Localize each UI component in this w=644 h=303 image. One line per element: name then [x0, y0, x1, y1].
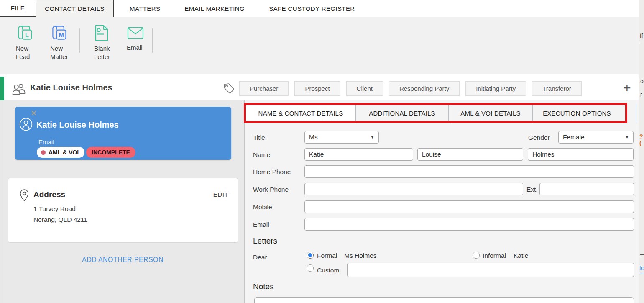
blank-letter-document-icon: [94, 24, 127, 42]
address-line2: Nerang, QLD 4211: [33, 216, 87, 223]
incomplete-badge: INCOMPLETE: [86, 147, 135, 158]
tab-safe-custody-register[interactable]: SAFE CUSTODY REGISTER: [261, 0, 363, 17]
chevron-down-icon: ▼: [371, 135, 374, 139]
tab-email-marketing[interactable]: EMAIL MARKETING: [176, 0, 253, 17]
email-input[interactable]: [304, 218, 634, 231]
tag-initiating-party-button[interactable]: Initiating Party: [465, 81, 526, 96]
people-duo-icon: [12, 82, 27, 97]
tag-prospect-button[interactable]: Prospect: [294, 81, 340, 96]
middle-name-input[interactable]: [417, 148, 523, 161]
app-window: FILE CONTACT DETAILS MATTERS EMAIL MARKE…: [0, 0, 644, 303]
person-card-name: Katie Louise Holmes: [36, 120, 119, 130]
person-card-badges: AML & VOI INCOMPLETE: [37, 147, 135, 158]
tab-additional-details[interactable]: ADDITIONAL DETAILS: [356, 104, 449, 123]
adjacent-window-edge: ff o r ?( te: [639, 0, 644, 303]
contact-header: Katie Louise Holmes Purchaser Prospect C…: [0, 77, 644, 100]
work-phone-input[interactable]: [304, 183, 523, 195]
ribbon-separator: [152, 28, 153, 53]
edge-fragment: r: [640, 91, 642, 98]
new-matter-button[interactable]: M New Matter: [50, 24, 83, 71]
gender-dropdown[interactable]: Female ▼: [558, 131, 634, 144]
tag-client-button[interactable]: Client: [346, 81, 383, 96]
address-card: Address EDIT 1 Turvey Road Nerang, QLD 4…: [8, 178, 238, 243]
mobile-label: Mobile: [253, 203, 272, 211]
tab-aml-voi-details[interactable]: AML & VOI DETAILS: [449, 104, 533, 123]
mobile-input[interactable]: [304, 200, 634, 213]
aml-voi-badge-label: AML & VOI: [49, 149, 79, 156]
ext-label: Ext.: [526, 186, 538, 193]
tag-icon[interactable]: [223, 82, 235, 96]
new-matter-label: New Matter: [50, 44, 77, 61]
tab-file[interactable]: FILE: [0, 0, 36, 17]
informal-value: Katie: [514, 252, 528, 259]
formal-radio[interactable]: [307, 252, 314, 259]
home-phone-label: Home Phone: [253, 168, 291, 176]
email-envelope-icon: [127, 24, 159, 41]
ext-input[interactable]: [539, 183, 634, 195]
gender-dropdown-value: Female: [563, 134, 585, 141]
last-name-input[interactable]: [528, 148, 634, 161]
new-matter-folder-icon: M: [50, 24, 83, 42]
tag-transferor-button[interactable]: Transferor: [532, 81, 582, 96]
informal-radio[interactable]: [473, 252, 480, 259]
informal-radio-label: Informal: [483, 252, 506, 259]
status-dot-icon: [41, 150, 46, 155]
letters-heading: Letters: [253, 236, 277, 246]
blank-letter-label: Blank Letter: [94, 44, 121, 61]
edge-fragment: te: [639, 264, 644, 271]
accent-green-bar: [0, 77, 4, 100]
svg-text:M: M: [59, 32, 64, 39]
custom-salutation-input[interactable]: [347, 263, 634, 277]
top-menu-bar: FILE CONTACT DETAILS MATTERS EMAIL MARKE…: [0, 0, 644, 17]
title-dropdown[interactable]: Ms ▼: [304, 131, 379, 144]
tab-execution-options[interactable]: EXECUTION OPTIONS: [533, 104, 621, 123]
work-phone-label: Work Phone: [253, 186, 289, 193]
new-lead-button[interactable]: L New Lead: [16, 24, 49, 71]
map-pin-icon: [19, 188, 29, 204]
svg-text:L: L: [25, 32, 29, 39]
close-icon[interactable]: ✕: [31, 109, 36, 117]
email-label: Email: [127, 44, 153, 52]
tab-matters[interactable]: MATTERS: [121, 0, 169, 17]
custom-radio-label: Custom: [317, 267, 339, 274]
aml-voi-badge: AML & VOI: [37, 147, 84, 158]
blank-letter-button[interactable]: Blank Letter: [94, 24, 127, 71]
edge-fragment: ?(: [639, 133, 644, 146]
formal-value: Ms Holmes: [344, 252, 377, 259]
ribbon-separator: [79, 28, 80, 53]
add-another-person-link[interactable]: ADD ANOTHER PERSON: [0, 256, 245, 264]
contact-name: Katie Louise Holmes: [30, 83, 112, 92]
title-field-label: Title: [253, 134, 265, 141]
person-card-email-label: Email: [38, 139, 54, 146]
address-card-title: Address: [33, 190, 65, 199]
detail-tabs: NAME & CONTACT DETAILS ADDITIONAL DETAIL…: [246, 104, 621, 123]
address-edit-button[interactable]: EDIT: [213, 191, 228, 198]
chevron-down-icon: ▼: [625, 135, 629, 139]
people-sidebar: ✕ Katie Louise Holmes Email AML & VOI IN…: [0, 100, 245, 303]
home-phone-input[interactable]: [304, 165, 634, 178]
first-name-input[interactable]: [304, 148, 413, 161]
edge-fragment: o: [640, 78, 644, 85]
tab-name-contact-details[interactable]: NAME & CONTACT DETAILS: [246, 104, 356, 123]
gender-field-label: Gender: [528, 134, 550, 141]
tag-purchaser-button[interactable]: Purchaser: [239, 81, 289, 96]
email-button[interactable]: Email: [127, 24, 159, 71]
person-card-selected[interactable]: ✕ Katie Louise Holmes Email AML & VOI IN…: [15, 107, 231, 160]
ribbon-toolbar: L New Lead M New Matter: [0, 17, 644, 74]
add-tag-button[interactable]: +: [623, 80, 631, 96]
custom-radio[interactable]: [307, 264, 314, 272]
notes-heading: Notes: [253, 282, 274, 291]
dear-label: Dear: [253, 254, 267, 261]
tag-button-row: Purchaser Prospect Client Responding Par…: [239, 81, 582, 96]
email-field-label: Email: [253, 221, 269, 229]
tab-contact-details[interactable]: CONTACT DETAILS: [36, 0, 114, 17]
edge-fragment: ff: [640, 33, 643, 39]
tag-responding-party-button[interactable]: Responding Party: [389, 81, 460, 96]
address-line1: 1 Turvey Road: [33, 205, 76, 213]
person-circle-icon: [19, 118, 33, 133]
panel-edge-line: [636, 104, 636, 123]
new-lead-folder-icon: L: [16, 24, 49, 42]
name-field-label: Name: [253, 151, 270, 159]
notes-textarea[interactable]: [254, 297, 634, 303]
formal-radio-label: Formal: [317, 252, 337, 259]
